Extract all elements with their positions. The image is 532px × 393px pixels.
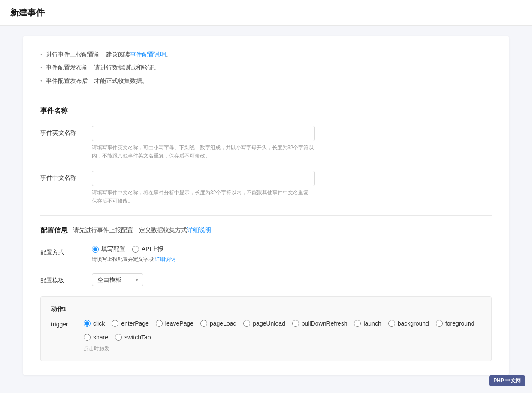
- page-header: 新建事件: [0, 0, 532, 26]
- english-name-label: 事件英文名称: [40, 126, 92, 137]
- radio-fill-input[interactable]: [92, 246, 99, 253]
- chinese-name-input[interactable]: [92, 171, 315, 186]
- radio-trigger-pullDownRefresh[interactable]: [292, 320, 299, 327]
- radio-fill-label: 填写配置: [101, 245, 125, 253]
- config-method-row: 配置方式 填写配置 API上报 请填写上报配置并定义字段 详细说明: [40, 245, 492, 263]
- divider-2: [40, 215, 492, 216]
- trigger-click[interactable]: click: [84, 320, 105, 327]
- config-detail-link[interactable]: 详细说明: [187, 227, 211, 233]
- config-template-label: 配置模板: [40, 273, 92, 284]
- radio-trigger-share[interactable]: [84, 334, 91, 341]
- notice-item-1: 进行事件上报配置前，建议阅读事件配置说明。: [40, 50, 492, 59]
- english-name-input[interactable]: [92, 126, 315, 141]
- config-template-row: 配置模板 空白模板 模板1 模板2 ▼: [40, 273, 492, 286]
- trigger-section: trigger click enterPage leavePage: [51, 320, 481, 341]
- radio-trigger-pageLoad[interactable]: [200, 320, 207, 327]
- config-method-field: 填写配置 API上报 请填写上报配置并定义字段 详细说明: [92, 245, 492, 263]
- radio-trigger-pageUnload[interactable]: [243, 320, 250, 327]
- event-name-title: 事件名称: [40, 106, 492, 115]
- config-method-label: 配置方式: [40, 245, 92, 257]
- template-select[interactable]: 空白模板 模板1 模板2: [92, 273, 143, 286]
- chinese-name-field: 请填写事件中文名称，将在事件分析中显示，长度为32个字符以内，不能跟其他事件中文…: [92, 171, 492, 205]
- trigger-foreground[interactable]: foreground: [436, 320, 475, 327]
- action-card: 动作1 trigger click enterPage leavePage: [40, 296, 492, 361]
- event-name-section: 事件名称 事件英文名称 请填写事件英文名称，可由小写字母、下划线、数字组成，并以…: [40, 106, 492, 205]
- trigger-enterPage[interactable]: enterPage: [112, 320, 149, 327]
- trigger-background[interactable]: background: [388, 320, 429, 327]
- notice-list: 进行事件上报配置前，建议阅读事件配置说明。 事件配置发布前，请进行数据测试和验证…: [40, 50, 492, 85]
- trigger-hint: 点击时触发: [84, 345, 481, 352]
- config-subtitle: 请先进行事件上报配置，定义数据收集方式详细说明: [73, 227, 211, 234]
- config-template-field: 空白模板 模板1 模板2 ▼: [92, 273, 492, 286]
- radio-trigger-enterPage[interactable]: [112, 320, 118, 327]
- config-method-radio-group: 填写配置 API上报: [92, 245, 492, 253]
- notice-item-3: 事件配置发布后，才能正式收集数据。: [40, 76, 492, 85]
- radio-trigger-click[interactable]: [84, 320, 91, 327]
- php-logo[interactable]: PHP 中文网: [489, 375, 525, 385]
- config-method-hint: 请填写上报配置并定义字段 详细说明: [92, 256, 492, 263]
- action-card-title: 动作1: [51, 305, 481, 313]
- radio-trigger-launch[interactable]: [354, 320, 361, 327]
- trigger-share[interactable]: share: [84, 334, 108, 341]
- trigger-leavePage[interactable]: leavePage: [156, 320, 193, 327]
- config-section: 配置信息 请先进行事件上报配置，定义数据收集方式详细说明 配置方式 填写配置: [40, 226, 492, 286]
- chinese-name-label: 事件中文名称: [40, 171, 92, 182]
- english-name-field: 请填写事件英文名称，可由小写字母、下划线、数字组成，并以小写字母开头，长度为32…: [92, 126, 492, 160]
- event-config-doc-link[interactable]: 事件配置说明: [130, 51, 166, 58]
- config-title: 配置信息: [40, 226, 68, 235]
- config-method-hint-link[interactable]: 详细说明: [155, 256, 175, 262]
- trigger-switchTab[interactable]: switchTab: [115, 334, 151, 341]
- english-name-hint: 请填写事件英文名称，可由小写字母、下划线、数字组成，并以小写字母开头，长度为32…: [92, 144, 315, 160]
- page-title: 新建事件: [10, 7, 522, 18]
- radio-trigger-background[interactable]: [388, 320, 395, 327]
- radio-trigger-leavePage[interactable]: [156, 320, 163, 327]
- trigger-options: click enterPage leavePage pageLoad: [84, 320, 481, 341]
- radio-fill-config[interactable]: 填写配置: [92, 245, 125, 253]
- divider-1: [40, 96, 492, 96]
- trigger-pageUnload[interactable]: pageUnload: [243, 320, 285, 327]
- config-header: 配置信息 请先进行事件上报配置，定义数据收集方式详细说明: [40, 226, 492, 235]
- chinese-name-row: 事件中文名称 请填写事件中文名称，将在事件分析中显示，长度为32个字符以内，不能…: [40, 171, 492, 205]
- notice-text-3: 事件配置发布后，才能正式收集数据。: [46, 76, 148, 85]
- template-select-wrapper: 空白模板 模板1 模板2 ▼: [92, 273, 143, 286]
- radio-trigger-switchTab[interactable]: [115, 334, 122, 341]
- radio-api-report[interactable]: API上报: [132, 245, 163, 253]
- notice-item-2: 事件配置发布前，请进行数据测试和验证。: [40, 63, 492, 72]
- radio-trigger-foreground[interactable]: [436, 320, 443, 327]
- radio-api-input[interactable]: [132, 246, 139, 253]
- trigger-label: trigger: [51, 320, 77, 328]
- trigger-pageLoad[interactable]: pageLoad: [200, 320, 236, 327]
- notice-text-2: 事件配置发布前，请进行数据测试和验证。: [46, 63, 160, 72]
- trigger-launch[interactable]: launch: [354, 320, 381, 327]
- radio-api-label: API上报: [142, 245, 163, 253]
- english-name-row: 事件英文名称 请填写事件英文名称，可由小写字母、下划线、数字组成，并以小写字母开…: [40, 126, 492, 160]
- chinese-name-hint: 请填写事件中文名称，将在事件分析中显示，长度为32个字符以内，不能跟其他事件中文…: [92, 189, 315, 205]
- trigger-pullDownRefresh[interactable]: pullDownRefresh: [292, 320, 348, 327]
